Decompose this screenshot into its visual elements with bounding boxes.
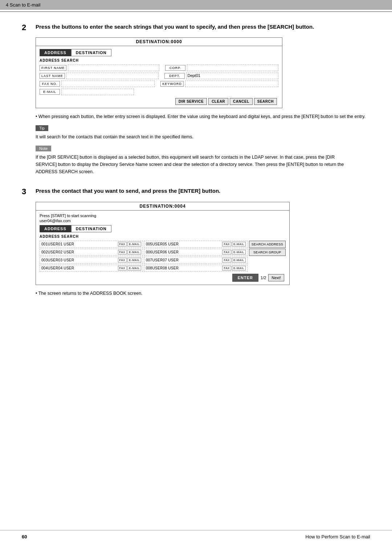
input-keyword[interactable]: [185, 81, 278, 87]
result-name-8: 008USER08 USER: [146, 266, 222, 270]
step-3: 3 Press the contact that you want to sen…: [22, 187, 370, 297]
result-row-1[interactable]: 001USER01 USER FAX E-MAIL: [40, 241, 143, 248]
screen-1-inner: ADDRESS DESTINATION ADDRESS SEARCH FIRST…: [36, 46, 282, 108]
header-bar: 4 Scan to E-mail: [0, 0, 392, 10]
input-dept[interactable]: Dept01: [186, 73, 278, 79]
btn-cancel[interactable]: CANCEL: [230, 98, 253, 105]
footer-page: 60: [22, 534, 27, 539]
btn-search-address[interactable]: SEARCH ADDRESS: [249, 241, 286, 248]
btn-dir-service[interactable]: DIR SERVICE: [175, 98, 207, 105]
tab-address-1[interactable]: ADDRESS: [40, 49, 71, 56]
result-name-5: 005USER05 USER: [146, 242, 222, 246]
main-content: 2 Press the buttons to enter the search …: [0, 11, 392, 323]
result-email-4: E-MAIL: [127, 266, 141, 270]
btn-next[interactable]: Next!: [268, 274, 284, 281]
result-row-3[interactable]: 003USER03 USER FAX E-MAIL: [40, 257, 143, 264]
label-dept: DEPT.: [164, 73, 185, 79]
result-row-2[interactable]: 002USER02 USER FAX E-MAIL: [40, 249, 143, 256]
step-2-title: Press the buttons to enter the search st…: [36, 23, 314, 30]
footer: 60 How to Perform Scan to E-mail: [0, 530, 392, 543]
result-row-4[interactable]: 004USER04 USER FAX E-MAIL: [40, 265, 143, 272]
result-fax-5: FAX: [222, 242, 231, 247]
step-2-header: 2 Press the buttons to enter the search …: [22, 23, 370, 32]
header-label: 4 Scan to E-mail: [6, 2, 40, 8]
result-row-5[interactable]: 005USER05 USER FAX E-MAIL: [144, 241, 248, 248]
label-email: E-MAIL: [40, 89, 60, 95]
screen-2-title: DESTINATION:0004: [36, 202, 289, 211]
btn-search-group[interactable]: SEARCH GROUP: [249, 249, 286, 256]
label-faxno: FAX NO.: [40, 81, 60, 87]
result-row-7[interactable]: 007USER07 USER FAX E-MAIL: [144, 257, 248, 264]
result-email-6: E-MAIL: [232, 250, 246, 254]
result-fax-3: FAX: [118, 258, 127, 262]
input-corp[interactable]: [187, 65, 278, 71]
step-3-title: Press the contact that you want to send,…: [36, 187, 220, 195]
results-main: 001USER01 USER FAX E-MAIL 005USER05 USER…: [40, 241, 248, 272]
result-fax-4: FAX: [118, 266, 127, 270]
btn-clear[interactable]: CLEAR: [208, 98, 228, 105]
result-row-8[interactable]: 008USER08 USER FAX E-MAIL: [144, 265, 248, 272]
step-3-header: 3 Press the contact that you want to sen…: [22, 187, 370, 196]
label-corp: CORP.: [165, 65, 185, 71]
result-email-8: E-MAIL: [232, 266, 246, 270]
result-name-1: 001USER01 USER: [41, 242, 117, 246]
result-name-2: 002USER02 USER: [41, 250, 117, 254]
result-name-6: 006USER06 USER: [146, 250, 222, 254]
result-row-6[interactable]: 006USER06 USER FAX E-MAIL: [144, 249, 248, 256]
results-container: 001USER01 USER FAX E-MAIL 005USER05 USER…: [40, 241, 286, 272]
result-email-2: E-MAIL: [127, 250, 141, 254]
footer-text: How to Perform Scan to E-mail: [306, 534, 370, 539]
tab-destination-1[interactable]: DESTINATION: [71, 49, 111, 56]
result-email-1: E-MAIL: [127, 242, 141, 247]
tip-box: Tip It will search for the contacts that…: [36, 125, 356, 140]
tab-destination-2[interactable]: DESTINATION: [71, 225, 111, 232]
tip-label: Tip: [36, 125, 48, 131]
step-2-number: 2: [22, 23, 32, 32]
note-box: Note If the [DIR SERVICE] button is disp…: [36, 146, 356, 175]
tabs-row-1: ADDRESS DESTINATION: [40, 49, 278, 56]
note-text: If the [DIR SERVICE] button is displayed…: [36, 154, 356, 175]
result-name-7: 007USER07 USER: [146, 258, 222, 262]
field-row-email: E-MAIL: [40, 89, 278, 95]
label-keyword: KEYWORD: [160, 81, 184, 87]
result-email-7: E-MAIL: [232, 258, 246, 262]
btn-enter[interactable]: ENTER: [232, 274, 258, 282]
screen-status: Press [START] to start scanning: [40, 213, 286, 218]
result-email-5: E-MAIL: [232, 242, 246, 247]
results-grid: 001USER01 USER FAX E-MAIL 005USER05 USER…: [40, 241, 248, 272]
result-email-3: E-MAIL: [127, 258, 141, 262]
step-2-bullet: When pressing each button, the letter en…: [36, 113, 370, 120]
screen-1-title: DESTINATION:0000: [36, 38, 282, 46]
btn-search[interactable]: SEARCH: [254, 98, 277, 105]
page-info: 1/2: [261, 276, 266, 280]
field-row-lastname: LAST NAME DEPT. Dept01: [40, 73, 278, 79]
field-row-fax: FAX NO. KEYWORD: [40, 81, 278, 87]
field-row-firstname: FIRST NAME CORP.: [40, 65, 278, 71]
label-firstname: FIRST NAME: [40, 65, 66, 71]
input-lastname[interactable]: [66, 73, 159, 79]
result-name-3: 003USER03 USER: [41, 258, 117, 262]
tabs-row-2: ADDRESS DESTINATION: [40, 225, 286, 232]
screen-2-inner: Press [START] to start scanning user04@i…: [36, 211, 289, 285]
result-fax-1: FAX: [118, 242, 127, 247]
note-label: Note: [36, 146, 51, 151]
screen-email: user04@ifax.com: [40, 219, 286, 223]
label-lastname: LAST NAME: [40, 73, 65, 79]
step-3-bullet: The screen returns to the ADDRESS BOOK s…: [36, 290, 370, 297]
results-bottom: ENTER 1/2 Next!: [40, 274, 286, 282]
tab-address-2[interactable]: ADDRESS: [40, 225, 71, 232]
result-fax-8: FAX: [222, 266, 231, 270]
input-faxno[interactable]: [61, 81, 155, 87]
result-fax-6: FAX: [222, 250, 231, 254]
section-label-2: ADDRESS SEARCH: [40, 235, 286, 239]
input-firstname[interactable]: [68, 65, 159, 71]
input-email[interactable]: [61, 89, 134, 95]
step-3-number: 3: [22, 187, 32, 196]
screen-1: DESTINATION:0000 ADDRESS DESTINATION ADD…: [36, 37, 282, 108]
results-side: SEARCH ADDRESS SEARCH GROUP: [249, 241, 286, 272]
step-2: 2 Press the buttons to enter the search …: [22, 23, 370, 175]
screen-2: DESTINATION:0004 Press [START] to start …: [36, 202, 290, 285]
result-name-4: 004USER04 USER: [41, 266, 117, 270]
result-fax-2: FAX: [118, 250, 127, 254]
section-label-1: ADDRESS SEARCH: [40, 58, 278, 62]
